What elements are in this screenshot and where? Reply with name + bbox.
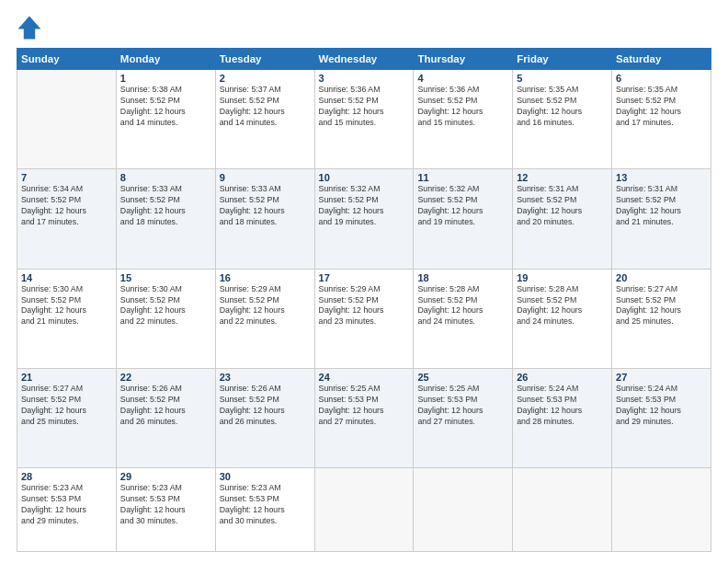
calendar-cell: 20Sunrise: 5:27 AM Sunset: 5:52 PM Dayli… <box>612 269 711 368</box>
col-thursday: Thursday <box>414 49 513 70</box>
calendar-cell: 12Sunrise: 5:31 AM Sunset: 5:52 PM Dayli… <box>513 169 612 269</box>
day-info: Sunrise: 5:24 AM Sunset: 5:53 PM Dayligh… <box>517 384 608 428</box>
day-info: Sunrise: 5:33 AM Sunset: 5:52 PM Dayligh… <box>220 184 311 228</box>
calendar-cell: 16Sunrise: 5:29 AM Sunset: 5:52 PM Dayli… <box>215 269 314 368</box>
week-row-3: 14Sunrise: 5:30 AM Sunset: 5:52 PM Dayli… <box>17 269 711 368</box>
week-row-1: 1Sunrise: 5:38 AM Sunset: 5:52 PM Daylig… <box>17 70 711 169</box>
day-info: Sunrise: 5:27 AM Sunset: 5:52 PM Dayligh… <box>21 384 112 428</box>
calendar-cell: 30Sunrise: 5:23 AM Sunset: 5:53 PM Dayli… <box>215 468 314 552</box>
calendar-cell: 3Sunrise: 5:36 AM Sunset: 5:52 PM Daylig… <box>314 70 414 169</box>
day-number: 4 <box>417 73 508 84</box>
calendar-cell <box>414 468 513 552</box>
calendar-cell <box>17 70 117 169</box>
col-wednesday: Wednesday <box>314 49 414 70</box>
calendar-cell: 18Sunrise: 5:28 AM Sunset: 5:52 PM Dayli… <box>414 269 513 368</box>
calendar-cell: 27Sunrise: 5:24 AM Sunset: 5:53 PM Dayli… <box>612 369 711 468</box>
day-info: Sunrise: 5:23 AM Sunset: 5:53 PM Dayligh… <box>21 483 112 527</box>
calendar-cell: 13Sunrise: 5:31 AM Sunset: 5:52 PM Dayli… <box>612 169 711 269</box>
calendar-cell: 7Sunrise: 5:34 AM Sunset: 5:52 PM Daylig… <box>17 169 117 269</box>
calendar-cell: 10Sunrise: 5:32 AM Sunset: 5:52 PM Dayli… <box>314 169 414 269</box>
day-info: Sunrise: 5:32 AM Sunset: 5:52 PM Dayligh… <box>319 184 410 228</box>
calendar-cell: 5Sunrise: 5:35 AM Sunset: 5:52 PM Daylig… <box>513 70 612 169</box>
day-number: 25 <box>417 372 508 383</box>
day-info: Sunrise: 5:36 AM Sunset: 5:52 PM Dayligh… <box>319 85 410 129</box>
day-info: Sunrise: 5:35 AM Sunset: 5:52 PM Dayligh… <box>517 85 608 129</box>
day-info: Sunrise: 5:24 AM Sunset: 5:53 PM Dayligh… <box>616 384 707 428</box>
day-number: 5 <box>517 73 608 84</box>
day-number: 20 <box>616 272 707 283</box>
day-info: Sunrise: 5:31 AM Sunset: 5:52 PM Dayligh… <box>517 184 608 228</box>
day-number: 8 <box>120 172 211 183</box>
day-info: Sunrise: 5:23 AM Sunset: 5:53 PM Dayligh… <box>120 483 211 527</box>
calendar-cell: 1Sunrise: 5:38 AM Sunset: 5:52 PM Daylig… <box>116 70 215 169</box>
calendar-cell: 28Sunrise: 5:23 AM Sunset: 5:53 PM Dayli… <box>17 468 117 552</box>
day-number: 7 <box>21 172 112 183</box>
day-number: 28 <box>21 471 112 482</box>
day-info: Sunrise: 5:35 AM Sunset: 5:52 PM Dayligh… <box>616 85 707 129</box>
weekday-header-row: Sunday Monday Tuesday Wednesday Thursday… <box>17 49 711 70</box>
day-info: Sunrise: 5:36 AM Sunset: 5:52 PM Dayligh… <box>417 85 508 129</box>
col-saturday: Saturday <box>612 49 711 70</box>
day-info: Sunrise: 5:29 AM Sunset: 5:52 PM Dayligh… <box>319 284 410 328</box>
day-info: Sunrise: 5:26 AM Sunset: 5:52 PM Dayligh… <box>220 384 311 428</box>
day-info: Sunrise: 5:30 AM Sunset: 5:52 PM Dayligh… <box>21 284 112 328</box>
day-number: 2 <box>220 73 311 84</box>
col-tuesday: Tuesday <box>215 49 314 70</box>
day-info: Sunrise: 5:33 AM Sunset: 5:52 PM Dayligh… <box>120 184 211 228</box>
week-row-5: 28Sunrise: 5:23 AM Sunset: 5:53 PM Dayli… <box>17 468 711 552</box>
calendar-cell: 14Sunrise: 5:30 AM Sunset: 5:52 PM Dayli… <box>17 269 117 368</box>
week-row-4: 21Sunrise: 5:27 AM Sunset: 5:52 PM Dayli… <box>17 369 711 468</box>
svg-marker-0 <box>18 17 41 40</box>
day-number: 26 <box>517 372 608 383</box>
calendar-cell: 21Sunrise: 5:27 AM Sunset: 5:52 PM Dayli… <box>17 369 117 468</box>
calendar-cell: 4Sunrise: 5:36 AM Sunset: 5:52 PM Daylig… <box>414 70 513 169</box>
calendar-cell: 25Sunrise: 5:25 AM Sunset: 5:53 PM Dayli… <box>414 369 513 468</box>
header <box>17 15 711 40</box>
day-number: 3 <box>319 73 410 84</box>
calendar-cell: 23Sunrise: 5:26 AM Sunset: 5:52 PM Dayli… <box>215 369 314 468</box>
calendar-cell: 9Sunrise: 5:33 AM Sunset: 5:52 PM Daylig… <box>215 169 314 269</box>
day-info: Sunrise: 5:28 AM Sunset: 5:52 PM Dayligh… <box>517 284 608 328</box>
day-info: Sunrise: 5:28 AM Sunset: 5:52 PM Dayligh… <box>417 284 508 328</box>
day-number: 24 <box>319 372 410 383</box>
calendar-cell: 26Sunrise: 5:24 AM Sunset: 5:53 PM Dayli… <box>513 369 612 468</box>
day-info: Sunrise: 5:37 AM Sunset: 5:52 PM Dayligh… <box>220 85 311 129</box>
day-info: Sunrise: 5:25 AM Sunset: 5:53 PM Dayligh… <box>319 384 410 428</box>
week-row-2: 7Sunrise: 5:34 AM Sunset: 5:52 PM Daylig… <box>17 169 711 269</box>
day-number: 1 <box>120 73 211 84</box>
calendar-cell: 24Sunrise: 5:25 AM Sunset: 5:53 PM Dayli… <box>314 369 414 468</box>
calendar-cell <box>513 468 612 552</box>
day-info: Sunrise: 5:31 AM Sunset: 5:52 PM Dayligh… <box>616 184 707 228</box>
day-info: Sunrise: 5:27 AM Sunset: 5:52 PM Dayligh… <box>616 284 707 328</box>
day-number: 30 <box>220 471 311 482</box>
col-sunday: Sunday <box>17 49 117 70</box>
day-number: 19 <box>517 272 608 283</box>
day-info: Sunrise: 5:25 AM Sunset: 5:53 PM Dayligh… <box>417 384 508 428</box>
day-number: 16 <box>220 272 311 283</box>
day-number: 12 <box>517 172 608 183</box>
day-number: 13 <box>616 172 707 183</box>
day-number: 14 <box>21 272 112 283</box>
calendar-cell <box>612 468 711 552</box>
day-number: 29 <box>120 471 211 482</box>
col-monday: Monday <box>116 49 215 70</box>
day-info: Sunrise: 5:23 AM Sunset: 5:53 PM Dayligh… <box>220 483 311 527</box>
col-friday: Friday <box>513 49 612 70</box>
calendar-cell: 19Sunrise: 5:28 AM Sunset: 5:52 PM Dayli… <box>513 269 612 368</box>
day-info: Sunrise: 5:38 AM Sunset: 5:52 PM Dayligh… <box>120 85 211 129</box>
day-number: 10 <box>319 172 410 183</box>
page: Sunday Monday Tuesday Wednesday Thursday… <box>0 0 728 563</box>
calendar-cell: 8Sunrise: 5:33 AM Sunset: 5:52 PM Daylig… <box>116 169 215 269</box>
calendar-cell: 29Sunrise: 5:23 AM Sunset: 5:53 PM Dayli… <box>116 468 215 552</box>
calendar-cell: 17Sunrise: 5:29 AM Sunset: 5:52 PM Dayli… <box>314 269 414 368</box>
calendar-cell: 11Sunrise: 5:32 AM Sunset: 5:52 PM Dayli… <box>414 169 513 269</box>
day-number: 22 <box>120 372 211 383</box>
logo <box>17 15 46 40</box>
day-number: 9 <box>220 172 311 183</box>
calendar-cell <box>314 468 414 552</box>
calendar-cell: 15Sunrise: 5:30 AM Sunset: 5:52 PM Dayli… <box>116 269 215 368</box>
day-number: 6 <box>616 73 707 84</box>
day-number: 11 <box>417 172 508 183</box>
day-info: Sunrise: 5:29 AM Sunset: 5:52 PM Dayligh… <box>220 284 311 328</box>
day-info: Sunrise: 5:26 AM Sunset: 5:52 PM Dayligh… <box>120 384 211 428</box>
